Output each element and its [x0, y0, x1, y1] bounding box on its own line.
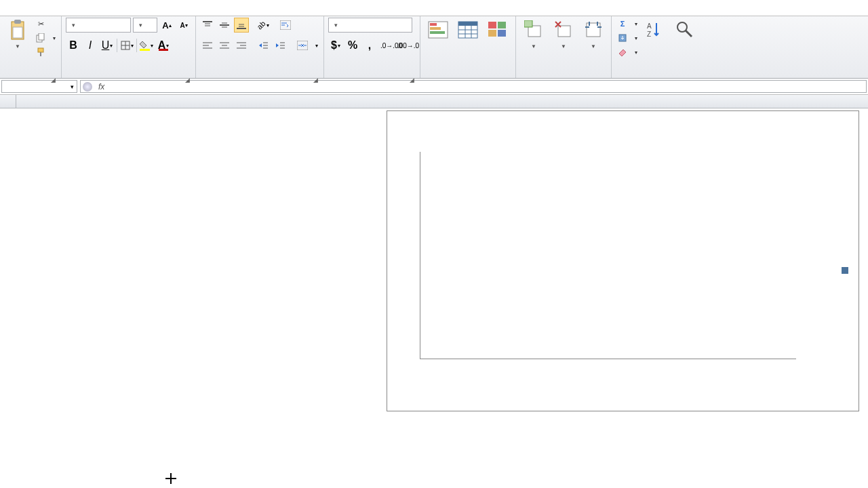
increase-indent-button[interactable]	[273, 38, 288, 53]
svg-rect-2	[13, 27, 22, 38]
spreadsheet-grid[interactable]	[0, 95, 868, 488]
chart-title	[387, 111, 859, 121]
svg-rect-39	[430, 23, 437, 26]
cell-styles-button[interactable]	[484, 18, 511, 43]
eraser-icon	[617, 47, 628, 58]
legend-swatch	[842, 267, 848, 274]
sort-icon: AZ	[644, 19, 666, 41]
align-top-button[interactable]	[200, 18, 215, 33]
svg-rect-5	[38, 48, 43, 52]
copy-button[interactable]: ▾	[34, 32, 57, 44]
insert-cells-button[interactable]: ▼	[520, 18, 547, 51]
align-left-button[interactable]	[200, 38, 215, 53]
cursor-icon	[165, 473, 176, 484]
embedded-chart[interactable]	[387, 110, 859, 411]
ribbon: ▼ ✂ ▾ ◢ ▾ ▾ A▴ A▾ B I U▾ ▾	[0, 16, 868, 79]
svg-rect-43	[458, 22, 477, 26]
table-icon	[457, 19, 479, 41]
shrink-font-button[interactable]: A▾	[176, 18, 191, 33]
font-color-button[interactable]: A▾	[156, 38, 171, 53]
paste-button[interactable]: ▼	[4, 18, 31, 51]
borders-button[interactable]: ▾	[119, 38, 134, 53]
svg-line-60	[686, 30, 692, 37]
autosum-button[interactable]: Σ▾	[616, 18, 639, 30]
menu-tabs	[0, 0, 868, 16]
svg-rect-48	[488, 22, 496, 28]
delete-cells-button[interactable]: ▼	[550, 18, 577, 51]
bold-button[interactable]: B	[66, 38, 81, 53]
merge-icon	[297, 40, 308, 51]
ribbon-group-font: ▾ ▾ A▴ A▾ B I U▾ ▾ ▾ A▾ ◢	[62, 16, 196, 78]
brush-icon	[35, 47, 46, 58]
align-center-button[interactable]	[217, 38, 232, 53]
sigma-icon: Σ	[617, 18, 628, 29]
format-cells-button[interactable]: ▼	[580, 18, 607, 51]
formula-input[interactable]: fx	[80, 80, 867, 93]
svg-rect-49	[498, 22, 506, 28]
align-right-button[interactable]	[234, 38, 249, 53]
align-middle-button[interactable]	[217, 18, 232, 33]
fill-button[interactable]: ▾	[616, 32, 639, 44]
number-format-combo[interactable]: ▾	[328, 18, 412, 33]
chart-plot-area	[420, 152, 796, 359]
svg-rect-53	[524, 20, 532, 27]
format-as-table-button[interactable]	[454, 18, 481, 43]
cut-button[interactable]: ✂	[34, 18, 57, 30]
underline-button[interactable]: U▾	[100, 38, 115, 53]
select-all-corner[interactable]	[0, 95, 16, 108]
merge-center-button[interactable]: ▾	[296, 39, 319, 52]
formula-bar: ▾ fx	[0, 79, 868, 95]
currency-button[interactable]: $▾	[328, 38, 343, 53]
ribbon-group-editing: Σ▾ ▾ ▾ AZ	[612, 16, 703, 78]
delete-icon	[553, 19, 574, 41]
sort-filter-button[interactable]: AZ	[642, 18, 669, 43]
clear-button[interactable]: ▾	[616, 46, 639, 58]
font-name-combo[interactable]: ▾	[66, 18, 131, 33]
find-select-button[interactable]	[671, 18, 698, 43]
format-icon	[583, 19, 604, 41]
dropdown-arrow-icon: ▼	[15, 43, 20, 49]
svg-rect-40	[430, 27, 441, 30]
font-size-combo[interactable]: ▾	[133, 18, 157, 33]
orientation-button[interactable]: ab▾	[256, 18, 271, 33]
increase-decimal-button[interactable]: .0→.00	[384, 38, 399, 53]
svg-rect-1	[14, 20, 21, 24]
svg-text:A: A	[647, 22, 652, 30]
cell-styles-icon	[487, 19, 509, 41]
format-painter-button[interactable]	[34, 46, 57, 58]
decrease-decimal-button[interactable]: .00→.0	[401, 38, 416, 53]
svg-rect-10	[140, 49, 150, 51]
italic-button[interactable]: I	[83, 38, 98, 53]
svg-rect-51	[498, 30, 506, 37]
align-bottom-button[interactable]	[234, 18, 249, 33]
fx-icon[interactable]: fx	[94, 82, 108, 92]
ribbon-group-cells: ▼ ▼ ▼	[516, 16, 612, 78]
copy-icon	[35, 33, 46, 43]
clipboard-icon	[7, 19, 28, 41]
svg-text:Z: Z	[647, 30, 651, 38]
comma-button[interactable]: ,	[362, 38, 377, 53]
ribbon-group-alignment: ab▾ ▾ ◢	[196, 16, 324, 78]
svg-rect-41	[430, 31, 445, 34]
svg-rect-50	[488, 30, 496, 37]
svg-rect-4	[39, 33, 44, 40]
svg-point-59	[677, 22, 687, 32]
fill-color-button[interactable]: ▾	[139, 38, 154, 53]
name-box[interactable]: ▾	[1, 80, 77, 93]
percent-button[interactable]: %	[345, 38, 360, 53]
cond-format-icon	[427, 19, 449, 41]
svg-rect-6	[40, 52, 41, 56]
svg-rect-54	[558, 26, 570, 37]
insert-function-icon[interactable]	[83, 82, 92, 92]
column-headers	[0, 95, 868, 108]
ribbon-group-clipboard: ▼ ✂ ▾ ◢	[0, 16, 62, 78]
wrap-text-button[interactable]	[279, 19, 295, 31]
scissors-icon: ✂	[35, 18, 46, 29]
decrease-indent-button[interactable]	[256, 38, 271, 53]
insert-icon	[523, 19, 545, 41]
grow-font-button[interactable]: A▴	[159, 18, 174, 33]
ribbon-group-styles	[420, 16, 516, 78]
find-icon	[674, 19, 696, 41]
conditional-formatting-button[interactable]	[425, 18, 452, 43]
svg-rect-11	[159, 49, 168, 51]
